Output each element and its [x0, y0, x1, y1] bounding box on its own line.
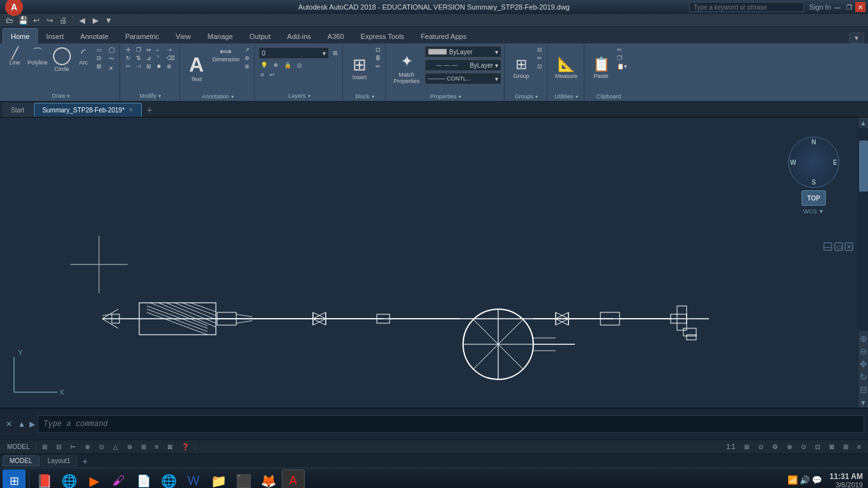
utilities-group-label[interactable]: Utilities▾: [551, 92, 581, 101]
line-tool-button[interactable]: ╱ Line: [5, 46, 24, 67]
scroll-up-button[interactable]: ▲: [858, 118, 869, 128]
status-dyn-button[interactable]: ⊞: [138, 441, 149, 453]
status-polar-button[interactable]: ⊕: [82, 441, 93, 453]
compass[interactable]: N S E W: [788, 137, 839, 188]
qat-more-button[interactable]: ▼: [103, 15, 114, 26]
ellipse-button[interactable]: ◯: [107, 46, 117, 54]
offset-button[interactable]: ⇢: [165, 46, 177, 54]
status-ortho-button[interactable]: ⊢: [67, 441, 79, 453]
fillet-button[interactable]: ⌐: [155, 46, 164, 54]
workspace-button[interactable]: ⚙: [769, 441, 781, 453]
layer-isolate-button[interactable]: ◎: [295, 61, 304, 69]
pan-button[interactable]: ✥: [858, 358, 869, 370]
qat-save-button[interactable]: 💾: [17, 15, 29, 26]
wcs-indicator[interactable]: WCS ▼: [785, 208, 842, 215]
autocad-logo[interactable]: A: [5, 0, 23, 16]
explode-button[interactable]: ✸: [155, 63, 164, 70]
command-input[interactable]: [38, 415, 864, 433]
auto-scale-button[interactable]: ⊙: [755, 441, 766, 453]
gradient-button[interactable]: ⊠: [95, 63, 105, 70]
status-snap-button[interactable]: ⊟: [53, 441, 65, 453]
create-block-button[interactable]: ⊡: [374, 46, 383, 54]
qat-print-button[interactable]: 🖨: [57, 15, 69, 26]
notification-icon[interactable]: 💬: [812, 475, 822, 485]
doc-tab-add-button[interactable]: +: [143, 103, 156, 116]
search-input[interactable]: [689, 2, 804, 12]
draw-group-label[interactable]: Draw▾: [5, 91, 117, 101]
match-properties-button[interactable]: ✦ MatchProperties: [390, 46, 423, 91]
chamfer-button[interactable]: ⌝: [155, 54, 164, 62]
graphics-btn[interactable]: ⊡: [812, 441, 823, 453]
clipboard-group-label[interactable]: Clipboard: [588, 92, 629, 101]
erase-button[interactable]: ⌫: [165, 54, 177, 62]
layer-freeze-button[interactable]: ❄: [271, 61, 280, 69]
tab-more-button[interactable]: ▼: [849, 33, 864, 43]
zoom-out-button[interactable]: ⊖: [858, 345, 869, 358]
annotation-visibility-button[interactable]: ⊞: [741, 441, 752, 453]
doc-tab-start[interactable]: Start: [3, 103, 33, 117]
zoom-in-button[interactable]: ⊕: [858, 332, 869, 345]
taskbar-ie-button[interactable]: 🌐: [57, 469, 80, 489]
titlebar-restore-button[interactable]: ❐: [844, 2, 854, 12]
tab-insert[interactable]: Insert: [38, 28, 72, 43]
paste-tool-button[interactable]: 📋 Paste: [588, 46, 614, 91]
layer-properties-button[interactable]: ⊞: [331, 49, 340, 57]
dimension-tool-button[interactable]: ⟺ Dimension: [211, 46, 242, 64]
layer-off-button[interactable]: 💡: [259, 61, 270, 69]
circle-tool-button[interactable]: Circle: [51, 46, 73, 73]
define-attr-button[interactable]: ≣: [374, 54, 383, 62]
titlebar-minimize-button[interactable]: —: [832, 2, 842, 12]
tab-output[interactable]: Output: [241, 28, 279, 43]
tab-view[interactable]: View: [167, 28, 199, 43]
tab-parametric[interactable]: Parametric: [117, 28, 167, 43]
isolate-button[interactable]: ⊙: [798, 441, 809, 453]
status-otrack-button[interactable]: △: [110, 441, 121, 453]
viewcube[interactable]: N S E W TOP WCS ▼: [785, 137, 842, 213]
taskbar-media-button[interactable]: ▶: [82, 469, 105, 489]
titlebar-close-button[interactable]: ✕: [855, 2, 865, 12]
xline-button[interactable]: ✕: [107, 65, 117, 72]
status-lw-button[interactable]: ≡: [152, 441, 162, 453]
taskbar-chrome-button[interactable]: 🌐: [157, 469, 180, 489]
leader-button[interactable]: ↗: [243, 46, 252, 54]
paste-special-button[interactable]: 📋▾: [615, 63, 629, 70]
copy-clip-button[interactable]: ❐: [615, 54, 629, 62]
color-selector[interactable]: ByLayer ▾: [425, 46, 501, 57]
taskbar-acrobat-button[interactable]: 📕: [33, 469, 56, 489]
spline-button[interactable]: 〜: [107, 54, 117, 64]
center-mark-button[interactable]: ⊕: [243, 63, 252, 70]
tab-expresstools[interactable]: Express Tools: [353, 28, 413, 43]
annotation-group-label[interactable]: Annotation▾: [184, 92, 252, 101]
clean-screen-button[interactable]: ⊞: [840, 441, 851, 453]
text-tool-button[interactable]: A Text: [184, 46, 209, 91]
qat-redo-button[interactable]: ↪: [44, 15, 56, 26]
extend-button[interactable]: ⊣: [134, 63, 143, 70]
trim-button[interactable]: ✂: [124, 63, 133, 70]
groups-group-label[interactable]: Groups▾: [508, 92, 544, 101]
taskbar-autocad-button[interactable]: A: [282, 469, 305, 489]
scroll-down-button[interactable]: ▼: [858, 397, 869, 408]
modify-group-label[interactable]: Modify▾: [124, 91, 177, 101]
model-tab[interactable]: MODEL: [3, 455, 40, 466]
measure-tool-button[interactable]: 📐 Measure: [551, 46, 581, 91]
doc-tab-summary-close[interactable]: ✕: [128, 107, 133, 113]
units-button[interactable]: ⊕: [784, 441, 795, 453]
scale-button[interactable]: ⊿: [144, 54, 153, 62]
network-icon[interactable]: 📶: [788, 475, 798, 485]
status-grid-button[interactable]: ⊞: [39, 441, 50, 453]
array-button[interactable]: ⊞: [144, 63, 153, 70]
taskbar-word-button[interactable]: W: [182, 469, 205, 489]
taskbar-3d-button[interactable]: ⬛: [232, 469, 255, 489]
viewcube-top[interactable]: TOP: [802, 190, 826, 206]
qat-open-button[interactable]: 🗁: [4, 15, 15, 26]
linetype-selector[interactable]: ——— ByLayer ▾: [425, 59, 501, 71]
copy-button[interactable]: ❐: [134, 46, 143, 54]
mirror-button[interactable]: ⇅: [134, 54, 143, 62]
rotate-button[interactable]: ↻: [124, 54, 133, 62]
qat-undo-button[interactable]: ↩: [31, 15, 42, 26]
lineweight-selector[interactable]: ——— CONTL... ▾: [425, 73, 501, 84]
taskbar-explorer-button[interactable]: 📁: [207, 469, 230, 489]
status-tp-button[interactable]: ⊠: [164, 441, 176, 453]
block-editor-button[interactable]: ✏: [374, 63, 383, 70]
taskbar-paint-button[interactable]: 🖌: [107, 469, 130, 489]
